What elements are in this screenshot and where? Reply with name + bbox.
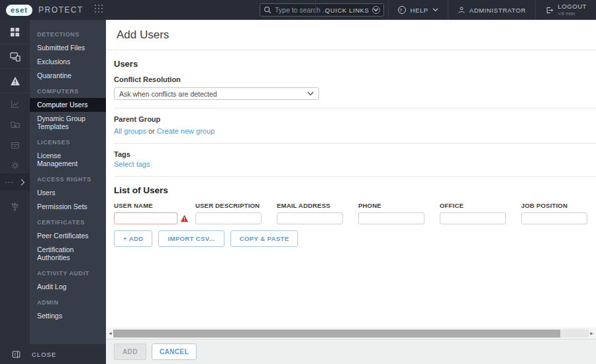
menu-section-header-access-rights: ACCESS RIGHTS bbox=[30, 171, 106, 186]
user-name-input[interactable] bbox=[114, 212, 177, 224]
user-label: ADMINISTRATOR bbox=[470, 7, 526, 14]
warning-triangle-icon bbox=[10, 76, 21, 86]
divider bbox=[114, 143, 596, 144]
or-word: or bbox=[148, 127, 155, 135]
nav-detections[interactable] bbox=[0, 69, 30, 93]
page-content: Users Conflict Resolution Ask when confl… bbox=[106, 59, 596, 247]
create-new-group-link[interactable]: Create new group bbox=[157, 127, 215, 135]
users-table: USER NAMEUSER DESCRIPTIONEMAIL ADDRESSPH… bbox=[114, 202, 596, 224]
cancel-button[interactable]: CANCEL bbox=[152, 343, 197, 360]
footer-bar: ADD CANCEL bbox=[106, 339, 596, 364]
all-groups-link[interactable]: All groups bbox=[114, 127, 146, 135]
scrollbar-thumb[interactable] bbox=[113, 330, 560, 338]
logout-label: LOGOUT bbox=[558, 3, 587, 10]
sidebar-item-users[interactable]: Users bbox=[30, 186, 106, 200]
cell-wrap bbox=[440, 212, 521, 224]
email-address-input[interactable] bbox=[277, 212, 343, 224]
user-table-column-office: OFFICE bbox=[440, 202, 521, 224]
chevron-right-icon bbox=[21, 179, 25, 186]
close-label: CLOSE bbox=[32, 351, 56, 358]
sidebar-item-submitted-files[interactable]: Submitted Files bbox=[30, 41, 106, 55]
phone-input[interactable] bbox=[358, 212, 424, 224]
app-grid-icon[interactable] bbox=[94, 4, 103, 16]
sidebar-item-certification-authorities[interactable]: Certification Authorities bbox=[30, 243, 106, 265]
nav-computers[interactable] bbox=[0, 44, 30, 69]
tags-label: Tags bbox=[114, 150, 588, 158]
page-title: Add Users bbox=[117, 28, 585, 42]
sidebar-item-quarantine[interactable]: Quarantine bbox=[30, 69, 106, 83]
add-submit-button[interactable]: ADD bbox=[114, 343, 146, 360]
menu-section-header-admin: ADMIN bbox=[30, 294, 106, 309]
chevron-down-icon bbox=[373, 8, 379, 12]
sidebar-item-settings[interactable]: Settings bbox=[30, 309, 106, 323]
help-menu[interactable]: ? HELP bbox=[388, 0, 447, 20]
nav-tasks[interactable] bbox=[0, 114, 30, 134]
scrollbar-track[interactable] bbox=[113, 330, 589, 338]
logout-timer: >9 min bbox=[558, 10, 587, 17]
parent-group-label: Parent Group bbox=[114, 115, 588, 123]
sidebar-item-dynamic-group-templates[interactable]: Dynamic Group Templates bbox=[30, 112, 106, 134]
page-header: Add Users bbox=[106, 20, 596, 50]
nav-policies[interactable] bbox=[0, 155, 30, 175]
main-panel: Add Users Users Conflict Resolution Ask … bbox=[106, 20, 596, 364]
users-section-heading: Users bbox=[114, 59, 588, 69]
copy-paste-button[interactable]: COPY & PASTE bbox=[230, 230, 299, 247]
scroll-right-arrow[interactable]: ► bbox=[589, 330, 595, 338]
import-csv-button[interactable]: IMPORT CSV... bbox=[158, 230, 224, 247]
nav-reports[interactable] bbox=[0, 93, 30, 114]
nav-integrations[interactable] bbox=[0, 196, 30, 216]
scroll-left-arrow[interactable]: ◄ bbox=[107, 330, 113, 338]
table-buttons-row: + ADD IMPORT CSV... COPY & PASTE bbox=[114, 230, 588, 247]
menu-section-header-detections: DETECTIONS bbox=[30, 26, 106, 41]
parent-group-links: All groupsorCreate new group bbox=[114, 127, 588, 135]
menu-section-header-activity-audit: ACTIVITY AUDIT bbox=[30, 265, 106, 280]
select-tags-link[interactable]: Select tags bbox=[114, 160, 150, 168]
sidebar-item-license-management[interactable]: License Management bbox=[30, 149, 106, 171]
office-input[interactable] bbox=[440, 212, 506, 224]
cell-wrap bbox=[114, 212, 195, 224]
conflict-resolution-select[interactable]: Ask when conflicts are detected bbox=[114, 87, 319, 100]
sidebar-item-exclusions[interactable]: Exclusions bbox=[30, 55, 106, 69]
column-header-email-address: EMAIL ADDRESS bbox=[277, 202, 358, 209]
cell-wrap bbox=[358, 212, 440, 224]
help-icon: ? bbox=[398, 6, 406, 14]
menu-section-header-computers: COMPUTERS bbox=[30, 83, 106, 98]
sidebar-item-computer-users[interactable]: Computer Users bbox=[30, 98, 106, 112]
divider bbox=[114, 108, 596, 109]
column-header-phone: PHONE bbox=[358, 202, 440, 209]
tasks-folder-icon bbox=[11, 120, 20, 129]
sidebar-item-audit-log[interactable]: Audit Log bbox=[30, 280, 106, 294]
user-table-column-user-name: USER NAME bbox=[114, 202, 195, 224]
add-row-button[interactable]: + ADD bbox=[114, 230, 152, 247]
sidebar-item-peer-certificates[interactable]: Peer Certificates bbox=[30, 229, 106, 243]
user-table-column-phone: PHONE bbox=[358, 202, 440, 224]
eset-logo: eset bbox=[6, 5, 32, 16]
chevron-down-icon bbox=[432, 8, 438, 12]
nav-installers[interactable] bbox=[0, 134, 30, 155]
sidebar-close-button[interactable]: CLOSE bbox=[0, 344, 106, 364]
column-header-user-description: USER DESCRIPTION bbox=[195, 202, 277, 209]
column-header-user-name: USER NAME bbox=[114, 202, 195, 209]
quick-links-menu[interactable]: QUICK LINKS bbox=[315, 0, 389, 20]
sidebar-item-permission-sets[interactable]: Permission Sets bbox=[30, 200, 106, 214]
column-header-job-position: JOB POSITION bbox=[521, 202, 596, 209]
installers-box-icon bbox=[11, 140, 20, 150]
conflict-resolution-value: Ask when conflicts are detected bbox=[119, 90, 217, 98]
tags-links: Select tags bbox=[114, 160, 588, 168]
more-ellipsis-icon: ··· bbox=[5, 178, 14, 186]
chevron-down-icon bbox=[307, 91, 314, 96]
menu-section-header-certificates: CERTIFICATES bbox=[30, 214, 106, 229]
horizontal-scrollbar: ◄ ► bbox=[106, 328, 596, 339]
user-table-column-email-address: EMAIL ADDRESS bbox=[277, 202, 358, 224]
collapse-icon bbox=[12, 350, 21, 359]
sidebar-more-row[interactable]: ··· bbox=[0, 173, 30, 191]
validation-warning-icon bbox=[180, 214, 189, 222]
user-description-input[interactable] bbox=[195, 212, 262, 224]
computers-icon bbox=[10, 52, 21, 62]
nav-dashboard[interactable] bbox=[0, 20, 30, 44]
logout-button[interactable]: LOGOUT >9 min bbox=[535, 0, 596, 20]
column-header-office: OFFICE bbox=[440, 202, 521, 209]
job-position-input[interactable] bbox=[521, 212, 587, 224]
user-menu[interactable]: ADMINISTRATOR bbox=[448, 0, 536, 20]
gear-icon bbox=[11, 161, 20, 170]
